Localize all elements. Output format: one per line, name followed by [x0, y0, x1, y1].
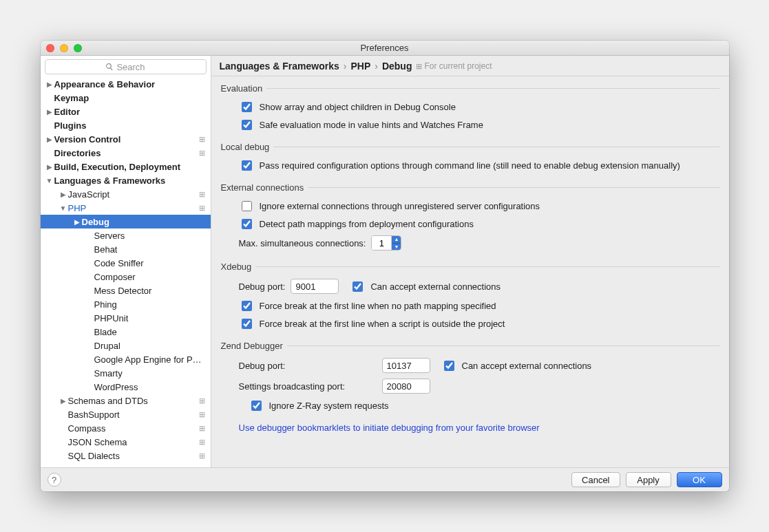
- xdebug-port-input[interactable]: [291, 279, 339, 294]
- sidebar-item-label: Plugins: [54, 120, 205, 131]
- sidebar-item[interactable]: ▼PHP⊞: [41, 201, 211, 215]
- sidebar-item[interactable]: ▶Schemas and DTDs⊞: [41, 394, 211, 407]
- checkbox[interactable]: [352, 281, 363, 292]
- sidebar-item-label: Mess Detector: [94, 286, 205, 296]
- settings-tree[interactable]: ▶Appearance & BehaviorKeymap▶EditorPlugi…: [41, 77, 211, 467]
- project-scope-icon: ⊞: [199, 396, 205, 405]
- sidebar-item[interactable]: Code Sniffer: [41, 256, 211, 270]
- sidebar-item[interactable]: Blade: [41, 325, 211, 339]
- option-detect-path-mappings[interactable]: Detect path mappings from deployment con…: [239, 216, 719, 231]
- sidebar-item[interactable]: ▶Build, Execution, Deployment: [41, 160, 211, 173]
- checkbox[interactable]: [242, 219, 252, 229]
- option-ignore-external[interactable]: Ignore external connections through unre…: [239, 198, 719, 213]
- titlebar: Preferences: [41, 41, 729, 56]
- sidebar-item[interactable]: Plugins: [41, 118, 211, 132]
- breadcrumb-segment: Debug: [382, 61, 412, 72]
- stepper-up-icon[interactable]: ▲: [392, 236, 401, 243]
- sidebar-item-label: PHPUnit: [94, 313, 205, 323]
- divider: [273, 147, 719, 147]
- sidebar-item-label: Google App Engine for PHP: [94, 354, 205, 365]
- sidebar-item[interactable]: Smarty: [41, 366, 211, 380]
- sidebar-item[interactable]: WordPress: [41, 380, 211, 394]
- max-connections-stepper[interactable]: ▲ ▼: [371, 235, 401, 251]
- project-scope-icon: ⊞: [199, 451, 205, 460]
- max-connections-input[interactable]: [372, 236, 391, 250]
- checkbox[interactable]: [242, 160, 252, 171]
- search-placeholder: Search: [116, 62, 145, 72]
- sidebar-item[interactable]: Google App Engine for PHP: [41, 352, 211, 366]
- checkbox[interactable]: [242, 201, 252, 211]
- sidebar-item[interactable]: Keymap: [41, 91, 211, 105]
- sidebar-item[interactable]: Phing: [41, 297, 211, 311]
- checkbox[interactable]: [444, 361, 454, 371]
- zoom-icon[interactable]: [74, 44, 82, 52]
- sidebar-item[interactable]: ▶Debug: [41, 215, 211, 228]
- divider: [287, 345, 719, 346]
- help-button[interactable]: ?: [48, 473, 61, 487]
- sidebar-item[interactable]: PHPUnit: [41, 311, 211, 325]
- checkbox[interactable]: [242, 301, 252, 311]
- chevron-right-icon: ▶: [60, 397, 67, 405]
- sidebar-item-label: Keymap: [54, 93, 205, 103]
- section-title-evaluation: Evaluation: [221, 83, 263, 94]
- sidebar-item-label: Phing: [94, 299, 205, 310]
- sidebar-item-label: Version Control: [54, 134, 199, 145]
- chevron-right-icon: ▶: [46, 136, 53, 143]
- sidebar-item[interactable]: Composer: [41, 270, 211, 284]
- checkbox[interactable]: [251, 401, 262, 411]
- section-title-external: External connections: [221, 182, 304, 193]
- sidebar-item[interactable]: ▼Languages & Frameworks: [41, 173, 211, 187]
- minimize-icon[interactable]: [60, 44, 68, 52]
- sidebar-item-label: Languages & Frameworks: [54, 175, 205, 186]
- chevron-right-icon: ▶: [46, 163, 53, 171]
- checkbox[interactable]: [242, 120, 252, 130]
- sidebar-item[interactable]: BashSupport⊞: [41, 407, 211, 421]
- sidebar-item-label: BashSupport: [68, 409, 199, 420]
- option-zend-accept-external[interactable]: Can accept external connections: [441, 358, 592, 373]
- bookmarklets-link[interactable]: Use debugger bookmarklets to initiate de…: [239, 423, 719, 433]
- sidebar-item[interactable]: ▶Version Control⊞: [41, 132, 211, 146]
- sidebar-item[interactable]: Servers: [41, 228, 211, 242]
- sidebar-item[interactable]: Behat: [41, 242, 211, 256]
- zend-port-input[interactable]: [382, 358, 430, 373]
- option-show-array-children[interactable]: Show array and object children in Debug …: [239, 99, 719, 114]
- sidebar-item[interactable]: JSON Schema⊞: [41, 435, 211, 449]
- zend-bport-input[interactable]: [382, 379, 430, 394]
- option-ignore-zray[interactable]: Ignore Z-Ray system requests: [249, 398, 719, 413]
- project-scope-icon: ⊞: [199, 149, 205, 158]
- project-scope-icon: ⊞: [199, 135, 205, 144]
- option-force-break-no-mapping[interactable]: Force break at the first line when no pa…: [239, 298, 719, 313]
- sidebar-item-label: JavaScript: [68, 189, 199, 200]
- sidebar-item[interactable]: Drupal: [41, 339, 211, 352]
- checkbox[interactable]: [242, 319, 252, 329]
- stepper-down-icon[interactable]: ▼: [392, 243, 401, 251]
- option-xdebug-accept-external[interactable]: Can accept external connections: [350, 279, 501, 294]
- sidebar-item-label: Build, Execution, Deployment: [54, 162, 205, 172]
- breadcrumb-segment: Languages & Frameworks: [220, 61, 339, 72]
- option-pass-config-cli[interactable]: Pass required configuration options thro…: [239, 158, 719, 173]
- search-icon: [105, 63, 114, 71]
- divider: [308, 187, 719, 188]
- sidebar-item[interactable]: SQL Dialects⊞: [41, 449, 211, 462]
- checkbox[interactable]: [242, 102, 252, 112]
- sidebar: Search ▶Appearance & BehaviorKeymap▶Edit…: [41, 56, 211, 467]
- search-input[interactable]: Search: [45, 59, 207, 74]
- ok-button[interactable]: OK: [677, 472, 722, 487]
- sidebar-item[interactable]: Directories⊞: [41, 146, 211, 160]
- sidebar-item-label: Schemas and DTDs: [68, 396, 199, 406]
- close-icon[interactable]: [46, 44, 54, 52]
- sidebar-item-label: WordPress: [94, 382, 205, 392]
- chevron-right-icon: ▶: [74, 218, 81, 226]
- sidebar-item[interactable]: ▶Appearance & Behavior: [41, 77, 211, 91]
- cancel-button[interactable]: Cancel: [571, 472, 620, 487]
- option-force-break-outside[interactable]: Force break at the first line when a scr…: [239, 316, 719, 331]
- breadcrumb-segment: PHP: [350, 61, 370, 72]
- chevron-down-icon: ▼: [46, 177, 53, 184]
- sidebar-item[interactable]: ▶JavaScript⊞: [41, 187, 211, 201]
- option-safe-evaluation[interactable]: Safe evaluation mode in value hints and …: [239, 117, 719, 132]
- sidebar-item[interactable]: ▶Editor: [41, 105, 211, 118]
- apply-button[interactable]: Apply: [626, 472, 671, 487]
- divider: [255, 266, 719, 267]
- sidebar-item[interactable]: Compass⊞: [41, 421, 211, 435]
- sidebar-item[interactable]: Mess Detector: [41, 284, 211, 297]
